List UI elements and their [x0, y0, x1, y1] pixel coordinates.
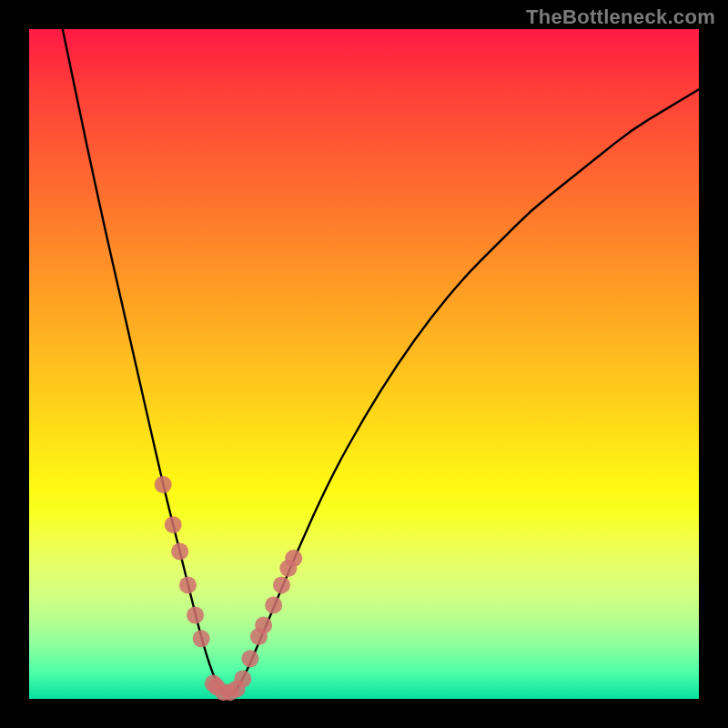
- marker-dot: [187, 607, 204, 624]
- marker-dot: [255, 617, 272, 634]
- marker-dot: [179, 576, 197, 593]
- plot-area: [29, 29, 699, 699]
- marker-dot: [155, 476, 172, 493]
- marker-dot: [171, 543, 188, 561]
- chart-frame: TheBottleneck.com: [0, 0, 728, 728]
- watermark-label: TheBottleneck.com: [526, 5, 715, 29]
- marker-dot: [241, 650, 258, 667]
- bottleneck-curve: [63, 29, 699, 695]
- marker-dot: [165, 516, 182, 533]
- marker-dots-group: [155, 476, 303, 701]
- marker-dot: [265, 596, 282, 613]
- marker-dot: [285, 550, 302, 567]
- marker-dot: [273, 576, 290, 593]
- marker-dot: [234, 670, 251, 687]
- chart-svg: [29, 29, 699, 699]
- marker-dot: [193, 630, 210, 647]
